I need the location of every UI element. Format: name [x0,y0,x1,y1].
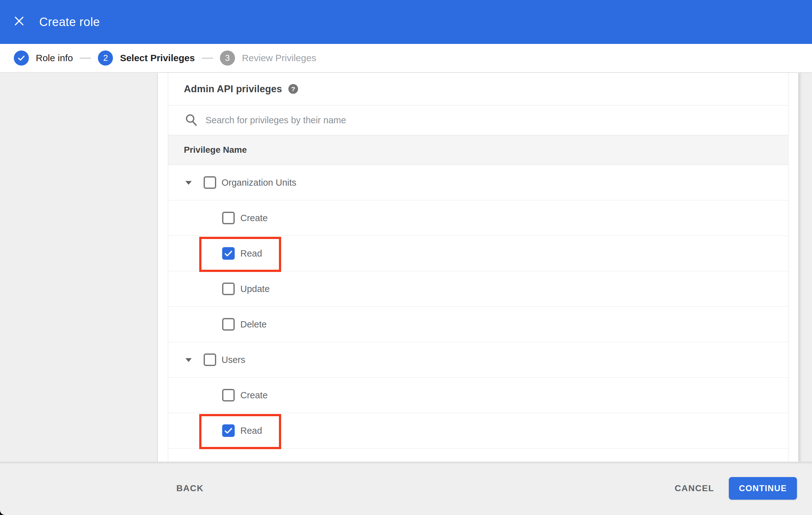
privilege-rows: Organization UnitsCreateReadUpdateDelete… [168,165,788,449]
checkbox-organization-units[interactable] [204,176,216,189]
privilege-label: Create [240,213,268,223]
privilege-row-update: Update [168,271,788,307]
privilege-label: Update [240,284,270,294]
table-header-row: Privilege Name [168,135,788,165]
stepper-item-select-privileges[interactable]: 2Select Privileges [98,51,195,65]
privileges-table: Admin API privileges ? Privilege Name Or… [168,73,788,462]
privilege-label: Organization Units [222,178,296,188]
stepper-item-review-privileges[interactable]: 3Review Privileges [220,51,316,65]
collapse-arrow-icon[interactable] [185,181,192,185]
back-button[interactable]: BACK [169,477,211,499]
collapse-arrow-icon[interactable] [185,358,192,362]
privilege-row-delete: Delete [168,307,788,342]
checkbox-read-checked[interactable] [222,247,235,260]
column-header-privilege-name: Privilege Name [184,145,247,155]
checkbox-delete[interactable] [222,318,235,331]
privilege-row-create: Create [168,377,788,413]
footer-bar: BACK CANCEL CONTINUE [0,462,812,515]
step-label: Select Privileges [120,53,195,63]
checkbox-read-checked[interactable] [222,424,235,437]
close-icon [14,16,25,26]
search-input[interactable] [205,115,788,125]
step-label: Role info [36,53,73,63]
privilege-row-read: Read [168,236,788,271]
stepper-item-role-info[interactable]: Role info [14,51,73,65]
privilege-label: Read [240,426,262,436]
checkbox-create[interactable] [222,389,235,401]
step-check-icon [14,51,29,65]
checkbox-users[interactable] [204,354,216,366]
dialog-title: Create role [39,0,100,44]
close-button[interactable] [12,14,26,28]
privilege-label: Users [222,355,245,365]
step-number: 2 [98,51,113,65]
help-icon[interactable]: ? [288,84,298,94]
page-body: Admin API privileges ? Privilege Name Or… [0,73,812,462]
section-title: Admin API privileges [184,84,282,95]
search-icon [185,114,197,126]
checkbox-update[interactable] [222,282,235,295]
window-corner [0,510,6,515]
stepper: Role info2Select Privileges3Review Privi… [0,44,812,73]
cancel-button[interactable]: CANCEL [667,477,722,499]
privilege-label: Read [240,248,262,259]
content-card: Admin API privileges ? Privilege Name Or… [157,73,798,462]
privilege-row-organization-units: Organization Units [168,165,788,201]
step-number: 3 [220,51,235,65]
step-connector [202,58,213,59]
scrollbar-gutter[interactable] [799,73,812,462]
privilege-row-users: Users [168,342,788,377]
privilege-label: Create [240,390,268,400]
checkbox-create[interactable] [222,212,235,224]
privilege-label: Delete [240,319,267,330]
step-label: Review Privileges [242,53,316,63]
privilege-row-create: Create [168,201,788,236]
section-heading-row: Admin API privileges ? [168,73,788,105]
privilege-row-read: Read [168,413,788,449]
step-connector [80,58,91,59]
dialog-header: Create role [0,0,812,44]
search-row [168,105,788,135]
continue-button[interactable]: CONTINUE [729,477,797,499]
